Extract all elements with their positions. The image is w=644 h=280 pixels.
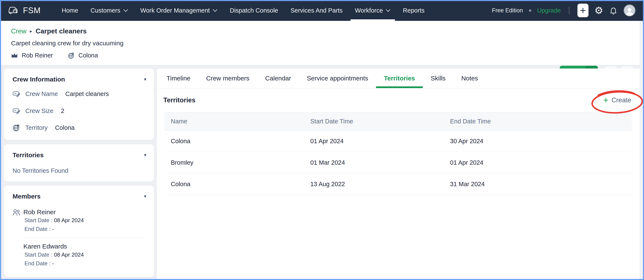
members-card: Members ▾ Rob Reiner Start Date : 08 Apr…	[4, 186, 154, 277]
fsm-brand[interactable]: FSM	[8, 6, 40, 15]
create-button-label: Create	[612, 96, 631, 104]
tab-skills[interactable]: Skills	[423, 68, 454, 88]
record-header: Crew ▸ Carpet cleaners Carpet cleaning c…	[0, 21, 644, 65]
column-header-name: Name	[164, 118, 304, 125]
chevron-down-icon	[386, 9, 390, 12]
table-row[interactable]: Bromley 01 Mar 2024 01 Apr 2024	[164, 152, 632, 174]
globe-pin-icon	[12, 124, 20, 132]
member-name: Karen Edwards	[24, 243, 67, 250]
settings-gear-icon[interactable]: ⚙	[594, 6, 603, 15]
crew-territory: Colona	[68, 52, 98, 59]
quick-create-button[interactable]: +	[578, 4, 588, 17]
field-label: Territory	[25, 124, 48, 131]
crew-information-title: Crew Information	[12, 76, 65, 83]
crew-leader-name: Rob Reiner	[22, 52, 53, 59]
tab-service-appointments[interactable]: Service appointments	[299, 68, 376, 88]
member-end-date: End Date : -	[24, 226, 54, 232]
field-value: Carpet cleaners	[65, 90, 109, 98]
notifications-bell-icon[interactable]	[609, 6, 618, 15]
vertical-divider	[569, 6, 569, 14]
collapse-caret-icon[interactable]: ▾	[144, 194, 146, 199]
column-header-end: End Date Time	[444, 118, 632, 125]
user-avatar[interactable]	[624, 4, 636, 16]
crew-leader: Rob Reiner	[11, 52, 53, 59]
page-title: Carpet cleaners	[36, 27, 86, 35]
section-title: Territories	[163, 96, 196, 104]
field-crew-name: Crew Name Carpet cleaners	[12, 90, 109, 98]
territories-section-header: Territories + Create	[157, 88, 640, 112]
tab-territories[interactable]: Territories	[376, 68, 423, 88]
vertical-scrollbar[interactable]	[640, 21, 643, 280]
crown-icon	[11, 53, 18, 58]
collapse-caret-icon[interactable]: ▾	[144, 152, 146, 158]
main-menu: Home Customers Work Order Management Dis…	[56, 0, 431, 21]
tab-calendar[interactable]: Calendar	[257, 68, 299, 88]
collapse-caret-icon[interactable]: ▾	[144, 76, 146, 82]
table-row[interactable]: Colona 01 Apr 2024 30 Apr 2024	[164, 130, 632, 152]
dot-separator	[529, 9, 531, 12]
breadcrumb-separator-icon: ▸	[30, 28, 32, 34]
field-label: Crew Size	[25, 108, 54, 114]
record-meta: Rob Reiner Colona	[11, 52, 98, 59]
table-header-row: Name Start Date Time End Date Time	[164, 112, 632, 130]
app-window: FSM Home Customers Work Order Management…	[0, 0, 644, 280]
brand-label: FSM	[23, 6, 40, 15]
top-navbar: FSM Home Customers Work Order Management…	[0, 0, 644, 21]
column-header-start: Start Date Time	[304, 118, 444, 125]
note-edit-icon	[12, 90, 21, 98]
crew-description: Carpet cleaning crew for dry vacuuming	[11, 40, 124, 47]
member-start-date: Start Date : 08 Apr 2024	[24, 217, 84, 224]
plan-label: Free Edition	[492, 7, 523, 14]
navbar-right-cluster: Free Edition Upgrade + ⚙	[492, 4, 636, 17]
chevron-down-icon	[123, 9, 128, 12]
nav-workforce[interactable]: Workforce	[349, 0, 397, 21]
note-edit-icon	[12, 107, 21, 114]
member-end-date: End Date : -	[24, 260, 54, 267]
field-crew-size: Crew Size 2	[12, 107, 64, 114]
main-panel: Timeline Crew members Calendar Service a…	[156, 68, 640, 280]
field-value: 2	[61, 108, 64, 114]
table-row[interactable]: Colona 13 Aug 2022 31 Mar 2024	[164, 174, 632, 195]
globe-pin-icon	[68, 52, 75, 59]
field-label: Crew Name	[25, 90, 58, 98]
tab-crew-members[interactable]: Crew members	[198, 68, 257, 88]
nav-customers[interactable]: Customers	[84, 0, 134, 21]
members-card-title: Members	[12, 193, 40, 200]
member-start-date: Start Date : 08 Apr 2024	[24, 252, 84, 258]
crew-territory-name: Colona	[78, 52, 98, 59]
territories-empty-text: No Territories Found	[12, 167, 68, 174]
tab-notes[interactable]: Notes	[454, 68, 486, 88]
crew-information-card: Crew Information ▾ Crew Name Carpet clea…	[4, 68, 154, 140]
person-silhouette-icon	[625, 6, 634, 16]
territories-table: Name Start Date Time End Date Time Colon…	[164, 112, 632, 195]
nav-dispatch-console[interactable]: Dispatch Console	[224, 0, 284, 21]
breadcrumb-crew-link[interactable]: Crew	[11, 28, 26, 35]
nav-home[interactable]: Home	[56, 0, 84, 21]
members-icon	[12, 208, 21, 216]
nav-services-and-parts[interactable]: Services And Parts	[284, 0, 349, 21]
breadcrumb: Crew ▸ Carpet cleaners	[11, 27, 87, 35]
chevron-down-icon	[213, 9, 217, 12]
record-tabs: Timeline Crew members Calendar Service a…	[157, 68, 640, 88]
create-button[interactable]: + Create	[603, 96, 631, 105]
territories-card-title: Territories	[12, 152, 44, 159]
nav-reports[interactable]: Reports	[397, 0, 431, 21]
territories-card: Territories ▾ No Territories Found	[4, 144, 154, 182]
upgrade-link[interactable]: Upgrade	[537, 7, 561, 14]
truck-logo-icon	[8, 6, 19, 15]
plus-icon: +	[603, 96, 608, 105]
nav-work-order-management[interactable]: Work Order Management	[134, 0, 224, 21]
member-name: Rob Reiner	[24, 208, 56, 216]
field-territory: Territory Colona	[12, 124, 75, 132]
tab-timeline[interactable]: Timeline	[166, 68, 198, 88]
field-value: Colona	[55, 124, 75, 131]
